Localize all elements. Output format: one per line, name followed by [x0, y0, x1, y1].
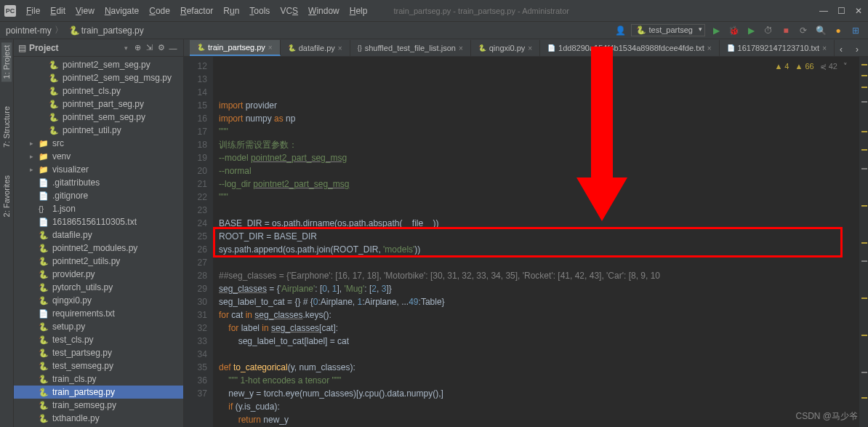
code-line[interactable]: def to_categorical(y, num_classes):	[219, 361, 859, 374]
target-icon[interactable]: ⊕	[132, 42, 144, 54]
run-button[interactable]: ▶	[710, 24, 723, 37]
menu-navigate[interactable]: Navigate	[100, 4, 143, 17]
git-update-icon[interactable]: ⟳	[797, 24, 810, 37]
editor-tab[interactable]: 📄1617892147123710.txt×	[720, 40, 835, 56]
search-icon[interactable]: 🔍	[814, 24, 827, 37]
tree-item[interactable]: 🐍datafile.py	[14, 228, 183, 242]
breadcrumb-file[interactable]: train_partseg.py	[81, 25, 144, 36]
menu-run[interactable]: Run	[219, 4, 244, 17]
editor-tab[interactable]: 🐍datafile.py×	[281, 40, 350, 56]
code-line[interactable]: """ 1-hot encodes a tensor """	[219, 374, 859, 387]
tab-close-icon[interactable]: ×	[459, 44, 463, 52]
code-line[interactable]: --log_dir pointnet2_part_seg_msg	[219, 177, 859, 191]
collapse-icon[interactable]: ⇲	[144, 42, 156, 54]
menu-tools[interactable]: Tools	[245, 4, 274, 17]
tree-item[interactable]: 🐍setup.py	[14, 320, 183, 333]
debug-button[interactable]: 🐞	[727, 24, 740, 37]
code-line[interactable]: if (y.is_cuda):	[219, 400, 859, 413]
code-line[interactable]	[219, 256, 859, 269]
menu-window[interactable]: Window	[304, 4, 344, 17]
tree-item[interactable]: 🐍train_cls.py	[14, 372, 183, 386]
tree-item[interactable]: 🐍pointnet_part_seg.py	[14, 97, 183, 111]
inspection-summary[interactable]: ▲ 4 ▲ 66 ⋞ 42 ˅	[774, 60, 848, 73]
tree-item[interactable]: 🐍pointnet_sem_seg.py	[14, 111, 183, 124]
code-line[interactable]	[219, 348, 859, 361]
code-line[interactable]: seg_classes = {'Airplane': [0, 1], 'Mug'…	[219, 282, 859, 295]
editor-tab[interactable]: {}shuffled_test_file_list.json×	[350, 40, 471, 56]
ide-sync-icon[interactable]: ●	[832, 24, 845, 37]
user-icon[interactable]: 👤	[614, 24, 627, 37]
code-line[interactable]	[219, 204, 859, 217]
stop-button[interactable]: ■	[779, 24, 792, 37]
code-line[interactable]: --normal	[219, 164, 859, 177]
tree-item[interactable]: 🐍train_partseg.py	[14, 386, 183, 399]
code-line[interactable]: --model pointnet2_part_seg_msg	[219, 151, 859, 164]
hide-icon[interactable]: —	[167, 42, 179, 54]
code-line[interactable]: seg_label_to_cat[label] = cat	[219, 335, 859, 348]
code-line[interactable]: import provider	[219, 99, 859, 112]
tree-item[interactable]: 🐍pytorch_utils.py	[14, 281, 183, 294]
project-tree[interactable]: 🐍pointnet2_sem_seg.py🐍pointnet2_sem_seg_…	[14, 57, 183, 427]
code-line[interactable]: new_y = torch.eye(num_classes)[y.cpu().d…	[219, 387, 859, 400]
code-line[interactable]: seg_label_to_cat = {} # {0:Airplane, 1:A…	[219, 295, 859, 308]
coverage-button[interactable]: ▶	[744, 24, 758, 37]
tab-prev-icon[interactable]: ‹	[835, 43, 848, 56]
tree-item[interactable]: 🐍test_semseg.py	[14, 359, 183, 372]
menu-edit[interactable]: Edit	[46, 4, 70, 17]
tool-project[interactable]: 1: Project	[1, 42, 12, 81]
tree-item[interactable]: 📄.gitignore	[14, 189, 183, 202]
tree-item[interactable]: 📄161865156110305.txt	[14, 215, 183, 228]
tree-item[interactable]: 🐍train_semseg.py	[14, 399, 183, 412]
run-config-selector[interactable]: 🐍 test_partseg	[631, 24, 705, 36]
tool-favorites[interactable]: 2: Favorites	[1, 172, 12, 220]
tree-item[interactable]: 🐍pointnet_cls.py	[14, 84, 183, 97]
menu-view[interactable]: View	[71, 4, 99, 17]
close-icon[interactable]: ✕	[853, 6, 864, 16]
error-stripe[interactable]	[859, 57, 868, 427]
code-line[interactable]: """	[219, 191, 859, 204]
settings-icon[interactable]: ⊞	[849, 24, 862, 37]
tab-close-icon[interactable]: ×	[528, 44, 532, 52]
tree-item[interactable]: ▸📁visualizer	[14, 163, 183, 176]
code-line[interactable]: 训练所需设置参数：	[219, 138, 859, 151]
tree-item[interactable]: {}1.json	[14, 202, 183, 215]
tree-item[interactable]: 🐍pointnet2_sem_seg.py	[14, 58, 183, 71]
menu-help[interactable]: Help	[345, 4, 372, 17]
tree-item[interactable]: 🐍pointnet2_sem_seg_msg.py	[14, 71, 183, 84]
tool-structure[interactable]: 7: Structure	[1, 103, 12, 151]
dropdown-icon[interactable]: ▾	[124, 44, 128, 52]
tab-close-icon[interactable]: ×	[268, 44, 273, 52]
editor-tab[interactable]: 🐍train_partseg.py×	[190, 40, 281, 56]
code-line[interactable]: """	[219, 125, 859, 138]
tree-item[interactable]: 🐍txthandle.py	[14, 412, 183, 425]
tree-item[interactable]: 🐍pointnet2_utils.py	[14, 255, 183, 268]
insp-chevron-icon[interactable]: ˅	[843, 60, 848, 73]
tree-item[interactable]: 📄requirements.txt	[14, 307, 183, 320]
tab-close-icon[interactable]: ×	[822, 44, 827, 52]
tree-item[interactable]: 📄.gitattributes	[14, 176, 183, 189]
menu-file[interactable]: File	[22, 4, 44, 17]
tree-item[interactable]: 🐍provider.py	[14, 268, 183, 281]
tree-item[interactable]: ▸📁venv	[14, 150, 183, 163]
code-line[interactable]: ##seg_classes = {'Earphone': [16, 17, 18…	[219, 269, 859, 282]
editor-tab[interactable]: 🐍qingxi0.py×	[471, 40, 540, 56]
code-line[interactable]: return new_y	[219, 413, 859, 426]
tab-close-icon[interactable]: ×	[707, 44, 712, 52]
tree-item[interactable]: 🐍test_partseg.py	[14, 346, 183, 359]
tree-item[interactable]: 🐍pointnet2_modules.py	[14, 242, 183, 255]
tree-item[interactable]: 🐍pointnet_util.py	[14, 124, 183, 137]
tab-close-icon[interactable]: ×	[338, 44, 342, 52]
menu-refactor[interactable]: Refactor	[176, 4, 217, 17]
code-line[interactable]: for label in seg_classes[cat]:	[219, 322, 859, 335]
menu-vcs[interactable]: VCS	[276, 4, 302, 17]
profile-button[interactable]: ⏱	[762, 24, 775, 37]
minimize-icon[interactable]: —	[819, 6, 829, 16]
menu-code[interactable]: Code	[145, 4, 174, 17]
maximize-icon[interactable]: ☐	[836, 6, 846, 16]
tab-next-icon[interactable]: ›	[851, 43, 864, 56]
code-line[interactable]: import numpy as np	[219, 112, 859, 125]
breadcrumb-root[interactable]: pointnet-my	[6, 25, 52, 36]
tree-item[interactable]: ▸📁src	[14, 137, 183, 150]
tree-item[interactable]: 🐍qingxi0.py	[14, 294, 183, 307]
tree-item[interactable]: 🐍test_cls.py	[14, 333, 183, 346]
